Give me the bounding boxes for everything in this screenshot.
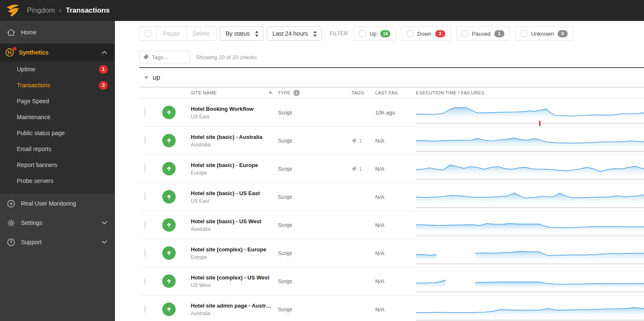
collapse-triangle-icon (144, 76, 148, 79)
filter-unknown-checkbox[interactable] (521, 30, 527, 37)
time-select-value: Last 24 hours (273, 30, 308, 37)
synthetics-group: Synthetics Uptime 1 Transactions 3 Page … (0, 44, 114, 194)
table-row[interactable]: Hotel Booking Workflow US East Script 10… (139, 99, 644, 127)
table-row[interactable]: Hotel site (complex) - Europe Europe Scr… (139, 239, 644, 267)
status-up-icon (162, 106, 176, 119)
sidebar-item-label: Page Speed (17, 98, 49, 104)
sidebar-item-support[interactable]: ? Support (0, 232, 114, 252)
column-header-tags[interactable]: TAGS (344, 90, 375, 95)
table-row[interactable]: Hotel site (basic) - Australia Australia… (139, 127, 644, 155)
filter-down-checkbox[interactable] (407, 30, 413, 37)
row-checkbox[interactable] (145, 221, 145, 229)
row-checkbox[interactable] (145, 305, 145, 313)
tags-input[interactable] (152, 54, 185, 60)
sort-by-status-select[interactable]: By status (220, 26, 263, 41)
sidebar-item-transactions[interactable]: Transactions 3 (0, 77, 114, 93)
filter-paused[interactable]: Paused 1 (456, 26, 510, 41)
check-tags[interactable]: 1 (344, 166, 375, 172)
filter-label-text: Unknown (531, 31, 554, 37)
filter-down[interactable]: Down 3 (401, 26, 450, 41)
tags-filter-field[interactable] (139, 51, 190, 63)
execution-time-chart[interactable] (416, 298, 644, 321)
failures-timeline (416, 320, 644, 321)
column-header-site-name[interactable]: SITE NAME (191, 90, 278, 95)
sort-select-value: By status (226, 30, 250, 37)
synthetics-icon (5, 48, 15, 57)
response-time-sparkline (416, 244, 644, 261)
sidebar-item-label: Uptime (17, 66, 35, 73)
tag-icon (351, 138, 357, 144)
sidebar-item-probe-servers[interactable]: Probe servers (0, 173, 114, 189)
check-type: Script (278, 250, 344, 256)
last-fail-value: 10h ago (375, 110, 416, 116)
execution-time-chart[interactable] (416, 214, 644, 236)
last-fail-value: N/A (375, 138, 416, 144)
execution-time-chart[interactable] (416, 242, 644, 264)
check-name[interactable]: Hotel site (basic) - Europe (191, 162, 278, 168)
execution-time-chart[interactable] (416, 158, 644, 180)
table-row[interactable]: Hotel site admin page - Austr… Australia… (139, 295, 644, 321)
pause-button[interactable]: Pause (156, 27, 186, 40)
sidebar-item-home[interactable]: Home (0, 21, 114, 44)
top-bar: Pingdom › Transactions (0, 0, 644, 21)
status-up-icon (162, 303, 176, 316)
sidebar-item-uptime[interactable]: Uptime 1 (0, 61, 114, 77)
row-checkbox[interactable] (145, 108, 145, 116)
row-checkbox[interactable] (145, 249, 145, 257)
sidebar-item-maintenance[interactable]: Maintenance (0, 109, 114, 125)
group-header-up[interactable]: up (139, 68, 644, 87)
main-content: Pause Delete By status Last 24 hours FIL… (115, 21, 644, 321)
stepper-arrows-icon (313, 31, 317, 37)
sidebar-item-label: Email reports (17, 146, 51, 152)
row-checkbox[interactable] (145, 164, 145, 172)
filter-label-text: Down (417, 31, 431, 37)
check-name[interactable]: Hotel site (complex) - Europe (191, 246, 278, 253)
row-checkbox[interactable] (145, 277, 145, 285)
sidebar-item-report-banners[interactable]: Report banners (0, 157, 114, 173)
select-all-checkbox[interactable] (145, 30, 151, 37)
filter-up-checkbox[interactable] (359, 30, 366, 37)
table-row[interactable]: Hotel site (basic) - Europe Europe Scrip… (139, 155, 644, 183)
transactions-alert-badge: 3 (99, 81, 108, 90)
filter-paused-checkbox[interactable] (462, 30, 468, 37)
table-row[interactable]: Hotel site (basic) - US East US East Scr… (139, 183, 644, 211)
sidebar-item-public-status-page[interactable]: Public status page (0, 125, 114, 141)
check-name[interactable]: Hotel site (basic) - US East (191, 190, 278, 196)
delete-button[interactable]: Delete (186, 27, 216, 40)
check-name[interactable]: Hotel site admin page - Austr… (191, 303, 278, 309)
execution-time-chart[interactable] (416, 102, 644, 124)
sidebar-item-synthetics[interactable]: Synthetics (0, 44, 114, 61)
check-tags[interactable]: 1 (344, 138, 375, 144)
status-up-icon (162, 246, 176, 260)
sidebar-item-email-reports[interactable]: Email reports (0, 141, 114, 157)
failure-tick[interactable] (539, 121, 540, 126)
execution-time-chart[interactable] (416, 130, 644, 152)
breadcrumb-brand[interactable]: Pingdom (27, 6, 55, 15)
table-row[interactable]: Hotel site (complex) - US West US West S… (139, 267, 644, 295)
column-header-type[interactable]: TYPE i (278, 90, 344, 96)
sidebar-item-real-user-monitoring[interactable]: Real User Monitoring (0, 194, 114, 213)
chevron-down-icon (102, 221, 107, 224)
help-icon: ? (7, 238, 16, 247)
filter-unknown[interactable]: Unknown 0 (515, 26, 573, 41)
check-name[interactable]: Hotel site (basic) - US West (191, 218, 278, 224)
column-header-last-fail[interactable]: LAST FAIL (375, 90, 416, 95)
execution-time-chart[interactable] (416, 186, 644, 208)
execution-time-chart[interactable] (416, 270, 644, 292)
sidebar-item-label: Maintenance (17, 114, 50, 120)
sidebar-item-label: Public status page (17, 130, 65, 136)
row-checkbox[interactable] (145, 193, 145, 201)
sidebar-item-page-speed[interactable]: Page Speed (0, 93, 114, 109)
check-name[interactable]: Hotel Booking Workflow (191, 106, 278, 112)
sidebar-item-settings[interactable]: Settings (0, 213, 114, 232)
info-icon[interactable]: i (293, 90, 300, 96)
filter-up[interactable]: Up 16 (353, 26, 396, 41)
table-row[interactable]: Hotel site (basic) - US West Australia S… (139, 211, 644, 239)
up-count-badge: 16 (380, 30, 390, 37)
row-checkbox[interactable] (145, 136, 145, 144)
failures-timeline (416, 123, 644, 124)
check-name[interactable]: Hotel site (complex) - US West (191, 274, 278, 281)
check-name[interactable]: Hotel site (basic) - Australia (191, 134, 278, 140)
time-range-select[interactable]: Last 24 hours (267, 26, 322, 41)
check-region: US East (191, 198, 278, 204)
